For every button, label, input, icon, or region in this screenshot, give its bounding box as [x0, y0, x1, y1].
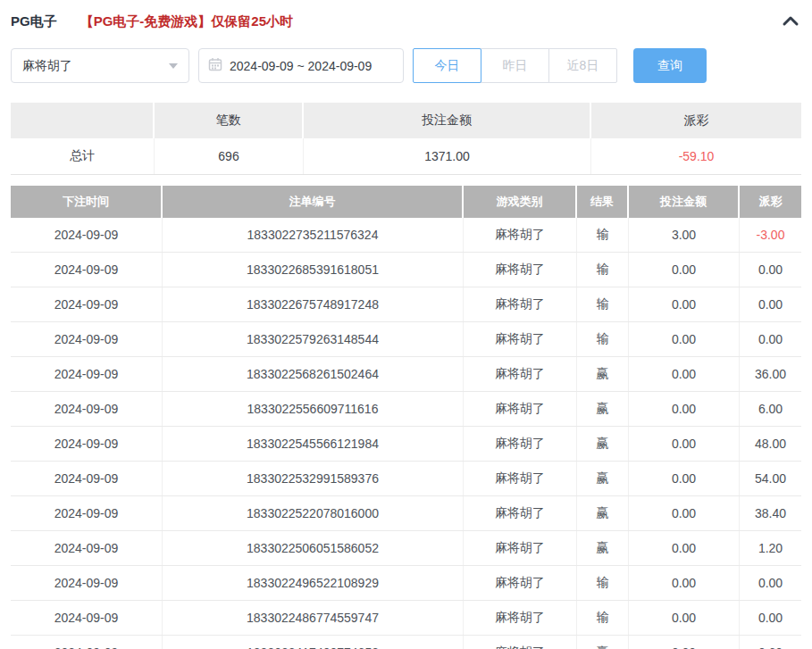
- bet-id-cell: 1833022675748917248: [163, 287, 464, 321]
- game-type-cell: 麻将胡了: [464, 287, 577, 321]
- game-type-cell: 麻将胡了: [464, 392, 577, 426]
- summary-total-bet-amount: 1371.00: [304, 138, 591, 174]
- payout-cell: 0.00: [740, 287, 801, 321]
- col-header-game-type: 游戏类别: [464, 186, 577, 218]
- bet-time-cell: 2024-09-09: [11, 427, 163, 461]
- table-row: 2024-09-09 1833022675748917248 麻将胡了 输 0.…: [11, 287, 801, 322]
- result-cell: 输: [577, 218, 629, 252]
- summary-header-count: 笔数: [155, 103, 304, 138]
- bet-id-cell: 1833022685391618051: [163, 253, 464, 287]
- query-button[interactable]: 查询: [633, 48, 707, 83]
- game-select-value: 麻将胡了: [22, 58, 72, 74]
- bet-time-cell: 2024-09-09: [11, 392, 163, 426]
- bet-amount-cell: 0.00: [629, 427, 740, 461]
- table-row: 2024-09-09 1833022556609711616 麻将胡了 赢 0.…: [11, 392, 801, 427]
- bet-time-cell: 2024-09-09: [11, 531, 163, 565]
- payout-cell: 0.00: [740, 601, 801, 635]
- game-type-cell: 麻将胡了: [464, 322, 577, 356]
- bet-amount-cell: 0.00: [629, 392, 740, 426]
- pg-game-records-panel: PG电子 【PG电子-免费游戏】仅保留25小时 麻将胡了: [0, 0, 812, 649]
- summary-total-label: 总计: [11, 138, 155, 174]
- col-header-bet-amount: 投注金额: [629, 186, 740, 218]
- result-cell: 赢: [577, 531, 629, 565]
- game-type-cell: 麻将胡了: [464, 531, 577, 565]
- result-cell: 输: [577, 253, 629, 287]
- bet-id-cell: 1833022556609711616: [163, 392, 464, 426]
- payout-cell: 36.00: [740, 357, 801, 391]
- summary-header-bet-amount: 投注金额: [304, 103, 591, 138]
- date-range-input[interactable]: 2024-09-09 ~ 2024-09-09: [198, 48, 404, 83]
- bet-amount-cell: 0.00: [629, 566, 740, 600]
- summary-total-payout: -59.10: [591, 138, 801, 174]
- game-select[interactable]: 麻将胡了: [11, 48, 189, 83]
- bet-time-cell: 2024-09-09: [11, 601, 163, 635]
- col-header-bet-time: 下注时间: [11, 186, 163, 218]
- last8days-button[interactable]: 近8日: [548, 48, 617, 83]
- bet-id-cell: 1833022522078016000: [163, 496, 464, 530]
- chevron-up-icon: [782, 14, 799, 30]
- result-cell: 赢: [577, 462, 629, 495]
- table-row: 2024-09-09 1833022532991589376 麻将胡了 赢 0.…: [11, 462, 801, 496]
- filter-bar: 麻将胡了 2024-09-09 ~ 2024-09-09: [11, 48, 801, 83]
- table-row: 2024-09-09 1833022579263148544 麻将胡了 输 0.…: [11, 322, 801, 357]
- collapse-panel-button[interactable]: [782, 14, 799, 30]
- summary-header-blank: [11, 103, 155, 138]
- bet-time-cell: 2024-09-09: [11, 322, 163, 356]
- bet-amount-cell: 3.00: [629, 218, 740, 252]
- payout-cell: -3.00: [740, 218, 801, 252]
- records-body: 2024-09-09 1833022735211576324 麻将胡了 输 3.…: [11, 218, 801, 649]
- game-type-cell: 麻将胡了: [464, 601, 577, 635]
- bet-amount-cell: 0.00: [629, 462, 740, 495]
- bet-time-cell: 2024-09-09: [11, 287, 163, 321]
- yesterday-button[interactable]: 昨日: [481, 48, 549, 83]
- payout-cell: 0.00: [740, 322, 801, 356]
- table-row: 2024-09-09 1833022506051586052 麻将胡了 赢 0.…: [11, 531, 801, 566]
- bet-amount-cell: 0.00: [629, 531, 740, 565]
- payout-cell: 0.00: [740, 253, 801, 287]
- bet-time-cell: 2024-09-09: [11, 462, 163, 495]
- table-row: 2024-09-09 1833022417400774658 麻将胡了 赢 0.…: [11, 636, 801, 649]
- col-header-bet-id: 注单编号: [163, 186, 464, 218]
- today-button[interactable]: 今日: [413, 48, 481, 83]
- payout-cell: 54.00: [740, 462, 801, 495]
- table-row: 2024-09-09 1833022496522108929 麻将胡了 输 0.…: [11, 566, 801, 601]
- col-header-result: 结果: [577, 186, 629, 218]
- summary-total-count: 696: [155, 138, 304, 174]
- table-row: 2024-09-09 1833022545566121984 麻将胡了 赢 0.…: [11, 427, 801, 462]
- table-row: 2024-09-09 1833022486774559747 麻将胡了 输 0.…: [11, 601, 801, 636]
- table-row: 2024-09-09 1833022568261502464 麻将胡了 赢 0.…: [11, 357, 801, 392]
- bet-id-cell: 1833022545566121984: [163, 427, 464, 461]
- bet-amount-cell: 0.00: [629, 636, 740, 649]
- calendar-icon: [208, 57, 222, 75]
- game-type-cell: 麻将胡了: [464, 462, 577, 495]
- bet-amount-cell: 0.00: [629, 357, 740, 391]
- records-table: 下注时间 注单编号 游戏类别 结果 投注金额 派彩 2024-09-09 183…: [11, 186, 801, 649]
- bet-id-cell: 1833022417400774658: [163, 636, 464, 649]
- table-row: 2024-09-09 1833022522078016000 麻将胡了 赢 0.…: [11, 496, 801, 531]
- result-cell: 赢: [577, 392, 629, 426]
- result-cell: 输: [577, 287, 629, 321]
- panel-header: PG电子 【PG电子-免费游戏】仅保留25小时: [0, 0, 812, 30]
- payout-cell: 1.20: [740, 531, 801, 565]
- bet-amount-cell: 0.00: [629, 496, 740, 530]
- bet-amount-cell: 0.00: [629, 287, 740, 321]
- bet-time-cell: 2024-09-09: [11, 218, 163, 252]
- bet-id-cell: 1833022579263148544: [163, 322, 464, 356]
- game-type-cell: 麻将胡了: [464, 496, 577, 530]
- result-cell: 输: [577, 322, 629, 356]
- bet-amount-cell: 0.00: [629, 253, 740, 287]
- game-type-cell: 麻将胡了: [464, 636, 577, 649]
- bet-id-cell: 1833022496522108929: [163, 566, 464, 600]
- bet-time-cell: 2024-09-09: [11, 357, 163, 391]
- records-header-row: 下注时间 注单编号 游戏类别 结果 投注金额 派彩: [11, 186, 801, 218]
- retention-notice: 【PG电子-免费游戏】仅保留25小时: [80, 13, 293, 30]
- bet-id-cell: 1833022568261502464: [163, 357, 464, 391]
- result-cell: 赢: [577, 427, 629, 461]
- col-header-payout: 派彩: [740, 186, 801, 218]
- game-type-cell: 麻将胡了: [464, 253, 577, 287]
- result-cell: 输: [577, 566, 629, 600]
- payout-cell: 48.00: [740, 427, 801, 461]
- bet-amount-cell: 0.00: [629, 322, 740, 356]
- payout-cell: 0.00: [740, 566, 801, 600]
- bet-id-cell: 1833022735211576324: [163, 218, 464, 252]
